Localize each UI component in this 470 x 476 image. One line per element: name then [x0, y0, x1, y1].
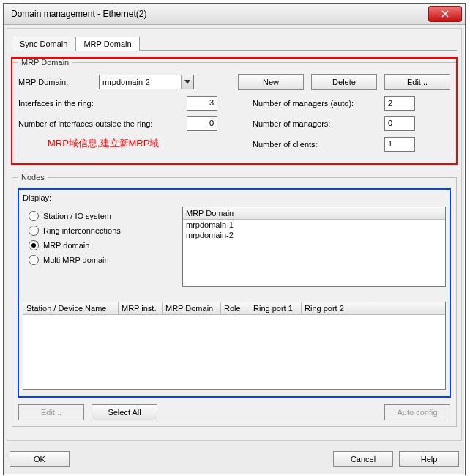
- radio-multi-mrp-label: Multi MRP domain: [43, 256, 109, 264]
- col-ring-port-2[interactable]: Ring port 2: [302, 302, 445, 314]
- display-label: Display:: [23, 193, 446, 202]
- managers-auto-input[interactable]: [384, 96, 415, 111]
- col-station-device-name[interactable]: Station / Device Name: [23, 302, 119, 314]
- col-mrp-domain[interactable]: MRP Domain: [163, 302, 221, 314]
- chevron-down-icon: [181, 75, 193, 89]
- radio-ring-inter-label: Ring interconnections: [43, 226, 121, 235]
- clients-label: Number of clients:: [253, 140, 384, 149]
- delete-button[interactable]: Delete: [311, 74, 377, 90]
- titlebar: Domain management - Ethernet(2): [4, 4, 465, 25]
- managers-auto-label: Number of managers (auto):: [253, 99, 384, 108]
- tab-mrp-domain[interactable]: MRP Domain: [75, 37, 139, 51]
- new-button[interactable]: New: [238, 74, 304, 90]
- radio-mrp-domain[interactable]: MRP domain: [29, 240, 182, 250]
- managers-label: Number of managers:: [253, 119, 384, 128]
- col-mrp-inst[interactable]: MRP inst.: [119, 302, 163, 314]
- radio-station-io[interactable]: Station / IO system: [29, 211, 182, 221]
- radio-icon: [29, 211, 39, 221]
- radio-mrp-domain-label: MRP domain: [43, 241, 89, 250]
- help-button[interactable]: Help: [399, 451, 459, 467]
- nodes-group: Nodes Display: Station / IO system Ring …: [12, 173, 457, 427]
- table-header-row: Station / Device Name MRP inst. MRP Doma…: [23, 302, 445, 315]
- window-title: Domain management - Ethernet(2): [11, 9, 146, 19]
- dialog-button-bar: OK Cancel Help: [4, 444, 465, 475]
- tab-sync-domain[interactable]: Sync Domain: [12, 37, 75, 51]
- client-area: Sync Domain MRP Domain MRP Domain MRP Do…: [7, 28, 462, 441]
- close-button[interactable]: [428, 6, 462, 22]
- tab-sync-label: Sync Domain: [20, 40, 67, 48]
- select-all-button[interactable]: Select All: [92, 404, 157, 420]
- list-item[interactable]: mrpdomain-1: [183, 220, 445, 230]
- mrp-domain-listbox[interactable]: MRP Domain mrpdomain-1 mrpdomain-2: [182, 207, 446, 287]
- interfaces-outside-label: Number of interfaces outside the ring:: [18, 119, 187, 128]
- auto-config-button: Auto config: [384, 404, 450, 420]
- close-icon: [441, 10, 449, 18]
- nodes-legend: Nodes: [18, 173, 48, 182]
- interfaces-outside-value: 0: [187, 116, 217, 131]
- mrp-domain-label: MRP Domain:: [18, 78, 99, 86]
- managers-value: 0: [384, 116, 415, 131]
- mrp-domain-legend: MRP Domain: [18, 58, 72, 67]
- radio-multi-mrp-domain[interactable]: Multi MRP domain: [29, 255, 182, 265]
- radio-icon: [29, 226, 39, 236]
- dialog-window: Domain management - Ethernet(2) Sync Dom…: [3, 3, 466, 475]
- tab-strip: Sync Domain MRP Domain: [12, 34, 457, 51]
- mrp-domain-combo-value: mrpdomain-2: [102, 78, 150, 86]
- col-ring-port-1[interactable]: Ring port 1: [250, 302, 302, 314]
- radio-icon: [29, 255, 39, 265]
- nodes-table[interactable]: Station / Device Name MRP inst. MRP Doma…: [23, 302, 446, 390]
- col-role[interactable]: Role: [221, 302, 250, 314]
- radio-station-io-label: Station / IO system: [43, 212, 111, 220]
- cancel-button[interactable]: Cancel: [333, 451, 393, 467]
- clients-value: 1: [384, 137, 415, 152]
- list-header: MRP Domain: [183, 207, 445, 220]
- annotation-text: MRP域信息,建立新MRP域: [48, 137, 159, 150]
- nodes-edit-button: Edit...: [18, 404, 84, 420]
- interfaces-in-ring-label: Interfaces in the ring:: [18, 99, 187, 108]
- ok-button[interactable]: OK: [10, 451, 70, 467]
- edit-button[interactable]: Edit...: [384, 74, 450, 90]
- radio-ring-interconnections[interactable]: Ring interconnections: [29, 226, 182, 236]
- mrp-domain-combo[interactable]: mrpdomain-2: [99, 75, 194, 89]
- tab-mrp-label: MRP Domain: [83, 40, 131, 48]
- radio-icon: [29, 240, 39, 250]
- list-item[interactable]: mrpdomain-2: [183, 230, 445, 240]
- interfaces-in-ring-value: 3: [187, 96, 217, 111]
- mrp-domain-group: MRP Domain MRP Domain: mrpdomain-2 New D…: [12, 58, 457, 164]
